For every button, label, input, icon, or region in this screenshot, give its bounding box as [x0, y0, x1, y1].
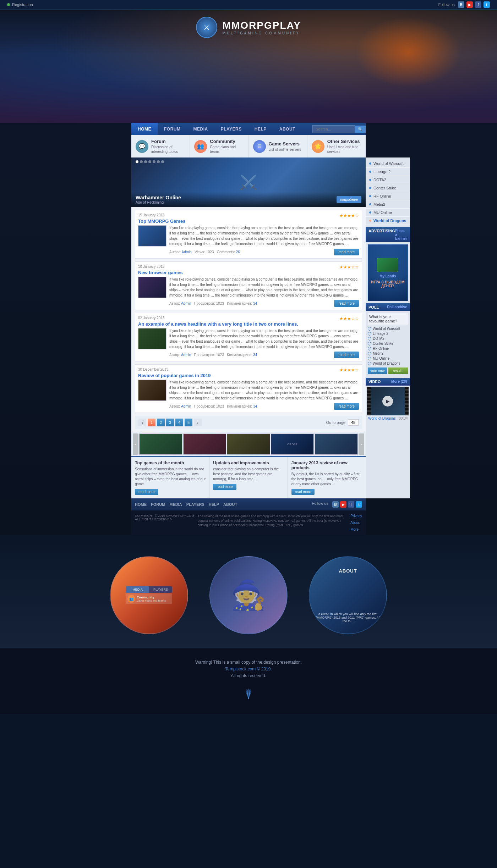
nav-item-players[interactable]: PLAYERS [214, 123, 248, 135]
thumb-prev-btn[interactable]: ‹ [133, 433, 138, 455]
sidebar-item-mu[interactable]: MU Online [366, 209, 410, 217]
news-author-link-4[interactable]: Admin [181, 404, 191, 408]
footer-social-vk[interactable]: В [332, 501, 339, 508]
news-comments-link-1[interactable]: 26 [236, 250, 240, 254]
nav-item-forum[interactable]: FORUM [158, 123, 187, 135]
vote-btn[interactable]: vote now [368, 367, 387, 374]
poll-radio-2[interactable] [368, 332, 371, 336]
thumb-item-5[interactable] [315, 433, 358, 455]
social-twitter-icon[interactable]: t [484, 1, 490, 8]
sidebar-item-lineage2[interactable]: Lineage 2 [366, 168, 410, 176]
video-more-link[interactable]: More (20) [391, 380, 407, 384]
poll-archive-link[interactable]: Poll archive [387, 305, 407, 309]
page-btn-4[interactable]: 4 [175, 419, 183, 426]
prev-page-btn[interactable]: ‹ [138, 419, 146, 426]
read-more-btn-4[interactable]: read more [334, 403, 359, 410]
news-title-1[interactable]: Top MMORPG Games [138, 219, 359, 224]
results-btn[interactable]: results [388, 367, 408, 374]
footer-link-more[interactable]: More [350, 527, 359, 531]
sidebar-item-cs[interactable]: Conter Strike [366, 184, 410, 192]
search-button[interactable]: 🔍 [355, 126, 366, 133]
footer-nav-forum[interactable]: FORUM [151, 502, 165, 507]
sidebar-item-wow[interactable]: World of Warcraft [366, 160, 410, 168]
footer-nav-media[interactable]: MEDIA [169, 502, 182, 507]
footer-nav-about[interactable]: ABOUT [223, 502, 237, 507]
mega-nav-other[interactable]: ⭐ Other Services Useful free and free se… [307, 135, 366, 157]
nav-item-help[interactable]: HELP [248, 123, 273, 135]
footer-nav-home[interactable]: HOME [135, 502, 147, 507]
registration-link[interactable]: Registration [12, 2, 33, 7]
poll-option-3[interactable]: DOTA2 [368, 337, 408, 341]
poll-radio-4[interactable] [368, 342, 371, 345]
play-button-icon[interactable]: ▶ [382, 396, 393, 407]
footer-link-privacy[interactable]: Privacy [350, 514, 362, 518]
mega-nav-servers[interactable]: 🖥 Game Servers List of online servers [249, 135, 307, 157]
thumb-item-1[interactable] [139, 433, 182, 455]
sidebar-item-dota2[interactable]: DOTA2 [366, 176, 410, 184]
news-title-2[interactable]: New browser games [138, 270, 359, 275]
footer-nav-players[interactable]: PLAYERS [186, 502, 204, 507]
place-banner-link[interactable]: Place a banner [395, 229, 407, 241]
nav-item-about[interactable]: ABOUT [273, 123, 302, 135]
sidebar-item-wod[interactable]: World of Dragons [366, 217, 410, 225]
read-more-btn-2[interactable]: read more [334, 300, 359, 307]
poll-radio-6[interactable] [368, 352, 371, 355]
social-vk-icon[interactable]: В [458, 1, 464, 8]
nav-item-media[interactable]: MEDIA [187, 123, 214, 135]
mega-nav-community[interactable]: 👥 Community Game clans and teams [190, 135, 248, 157]
nav-item-home[interactable]: HOME [131, 123, 158, 135]
thumb-item-3[interactable] [227, 433, 270, 455]
social-youtube-icon[interactable]: ▶ [466, 1, 473, 8]
bottom-read-btn-3[interactable]: read more [291, 489, 315, 495]
video-thumbnail[interactable]: ▶ [367, 387, 409, 415]
news-comments-link-2[interactable]: 34 [253, 302, 257, 305]
sidebar-ad-block[interactable]: My Lands ИГРА С ВЫВОДОМДЕНЕГ! [368, 244, 408, 301]
read-more-btn-3[interactable]: read more [334, 352, 359, 358]
dot-7[interactable] [161, 160, 164, 163]
page-btn-5[interactable]: 5 [185, 419, 192, 426]
footer-social-fb[interactable]: f [348, 501, 354, 508]
poll-radio-8[interactable] [368, 362, 371, 365]
page-btn-2[interactable]: 2 [157, 419, 165, 426]
warning-link[interactable]: Tempistock.com © 2019. [225, 667, 272, 671]
dot-1[interactable] [136, 160, 138, 163]
thumb-next-btn[interactable]: › [359, 433, 364, 455]
search-input[interactable] [312, 125, 355, 133]
sidebar-item-rf[interactable]: RF Online [366, 192, 410, 200]
poll-option-7[interactable]: MU Online [368, 356, 408, 360]
poll-option-6[interactable]: Metin2 [368, 352, 408, 355]
poll-radio-5[interactable] [368, 347, 371, 350]
circle-tab-media[interactable]: MEDIA [126, 586, 149, 593]
news-title-3[interactable]: An example of a news headline with a ver… [138, 321, 359, 327]
footer-nav-help[interactable]: HELP [209, 502, 219, 507]
read-more-btn-1[interactable]: read more [334, 249, 359, 255]
page-btn-3[interactable]: 3 [166, 419, 174, 426]
page-btn-1[interactable]: 1 [148, 419, 155, 426]
video-title[interactable]: World of Dragons [367, 415, 397, 421]
mega-nav-forum[interactable]: 💬 Forum Discussion of interesting topics [131, 135, 190, 157]
sidebar-item-metin2[interactable]: Metin2 [366, 200, 410, 209]
poll-radio-7[interactable] [368, 357, 371, 360]
poll-option-2[interactable]: Lineage 2 [368, 332, 408, 336]
poll-option-4[interactable]: Conter Strike [368, 342, 408, 345]
slider-button[interactable]: подробнее [337, 196, 361, 203]
poll-option-8[interactable]: World of Dragons [368, 361, 408, 365]
bottom-read-btn-1[interactable]: read more [135, 489, 158, 495]
thumb-item-2[interactable] [183, 433, 226, 455]
news-title-4[interactable]: Review of popular games in 2019 [138, 373, 359, 378]
dot-5[interactable] [153, 160, 155, 163]
thumb-item-4[interactable]: ORDER [271, 433, 314, 455]
dot-3[interactable] [144, 160, 147, 163]
footer-link-about[interactable]: About [350, 521, 360, 525]
poll-radio-1[interactable] [368, 327, 371, 331]
poll-option-5[interactable]: RF Online [368, 347, 408, 350]
footer-social-tw[interactable]: t [356, 501, 362, 508]
dot-2[interactable] [140, 160, 143, 163]
goto-input[interactable] [348, 419, 359, 426]
dot-4[interactable] [148, 160, 151, 163]
bottom-read-btn-2[interactable]: read more [213, 484, 236, 490]
poll-radio-3[interactable] [368, 337, 371, 341]
news-author-link-3[interactable]: Admin [181, 353, 191, 357]
news-author-link-1[interactable]: Admin [181, 250, 191, 254]
footer-social-yt[interactable]: ▶ [340, 501, 346, 508]
